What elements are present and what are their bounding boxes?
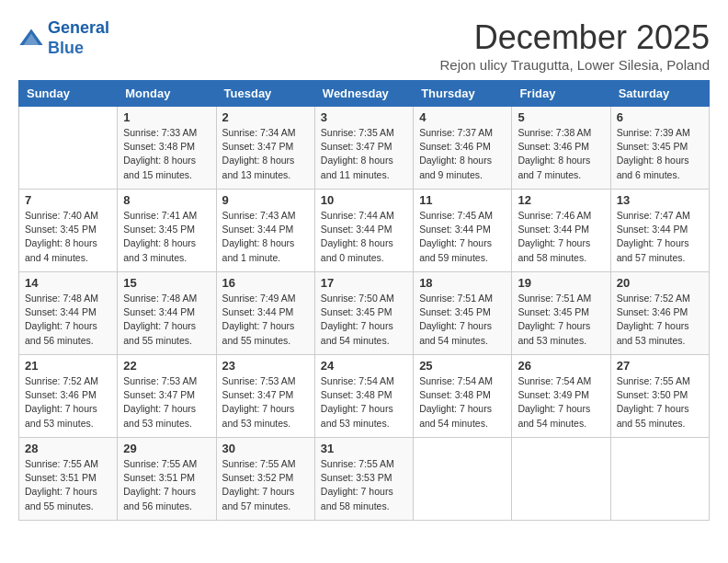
day-info: Sunrise: 7:38 AM Sunset: 3:46 PM Dayligh… — [518, 126, 604, 182]
day-number: 28 — [25, 442, 111, 455]
day-number: 16 — [222, 276, 309, 290]
day-info: Sunrise: 7:33 AM Sunset: 3:48 PM Dayligh… — [123, 126, 210, 182]
day-info: Sunrise: 7:34 AM Sunset: 3:47 PM Dayligh… — [222, 126, 309, 182]
day-info: Sunrise: 7:44 AM Sunset: 3:44 PM Dayligh… — [321, 209, 407, 265]
calendar-header-friday: Friday — [512, 81, 610, 107]
logo: General Blue — [18, 18, 109, 58]
day-number: 12 — [518, 193, 604, 207]
day-number: 5 — [518, 110, 604, 124]
calendar-cell: 27Sunrise: 7:55 AM Sunset: 3:50 PM Dayli… — [610, 355, 709, 438]
calendar-header-monday: Monday — [118, 81, 216, 107]
calendar-header-wednesday: Wednesday — [314, 81, 413, 107]
day-info: Sunrise: 7:47 AM Sunset: 3:44 PM Dayligh… — [617, 209, 703, 265]
day-number: 4 — [419, 110, 506, 124]
day-number: 11 — [419, 193, 506, 207]
day-number: 31 — [321, 442, 407, 455]
calendar-cell: 25Sunrise: 7:54 AM Sunset: 3:48 PM Dayli… — [414, 355, 512, 438]
day-number: 14 — [25, 276, 111, 290]
day-number: 3 — [321, 110, 407, 124]
calendar-cell — [610, 438, 709, 521]
day-number: 26 — [518, 359, 604, 373]
day-number: 7 — [25, 193, 111, 207]
calendar-cell: 14Sunrise: 7:48 AM Sunset: 3:44 PM Dayli… — [19, 272, 118, 355]
day-info: Sunrise: 7:46 AM Sunset: 3:44 PM Dayligh… — [518, 209, 604, 265]
calendar-cell: 29Sunrise: 7:55 AM Sunset: 3:51 PM Dayli… — [118, 438, 216, 521]
day-info: Sunrise: 7:55 AM Sunset: 3:52 PM Dayligh… — [222, 457, 309, 513]
title-block: December 2025 Rejon ulicy Traugutta, Low… — [440, 18, 711, 73]
day-info: Sunrise: 7:45 AM Sunset: 3:44 PM Dayligh… — [419, 209, 506, 265]
calendar-cell: 28Sunrise: 7:55 AM Sunset: 3:51 PM Dayli… — [19, 438, 118, 521]
day-info: Sunrise: 7:55 AM Sunset: 3:51 PM Dayligh… — [123, 457, 210, 513]
logo-icon — [18, 26, 44, 52]
month-title: December 2025 — [440, 18, 711, 57]
day-number: 17 — [321, 276, 407, 290]
calendar-cell: 7Sunrise: 7:40 AM Sunset: 3:45 PM Daylig… — [19, 190, 118, 272]
calendar-cell: 16Sunrise: 7:49 AM Sunset: 3:44 PM Dayli… — [216, 272, 314, 355]
day-info: Sunrise: 7:43 AM Sunset: 3:44 PM Dayligh… — [222, 209, 309, 265]
calendar-cell: 3Sunrise: 7:35 AM Sunset: 3:47 PM Daylig… — [314, 107, 413, 190]
day-info: Sunrise: 7:53 AM Sunset: 3:47 PM Dayligh… — [123, 374, 210, 431]
day-info: Sunrise: 7:53 AM Sunset: 3:47 PM Dayligh… — [222, 374, 309, 431]
calendar-cell — [19, 107, 118, 190]
day-number: 18 — [419, 276, 506, 290]
calendar-cell: 1Sunrise: 7:33 AM Sunset: 3:48 PM Daylig… — [118, 107, 216, 190]
calendar-cell: 17Sunrise: 7:50 AM Sunset: 3:45 PM Dayli… — [314, 272, 413, 355]
calendar-cell: 23Sunrise: 7:53 AM Sunset: 3:47 PM Dayli… — [216, 355, 314, 438]
day-info: Sunrise: 7:48 AM Sunset: 3:44 PM Dayligh… — [123, 292, 210, 348]
calendar-header-thursday: Thursday — [414, 81, 512, 107]
calendar-cell: 5Sunrise: 7:38 AM Sunset: 3:46 PM Daylig… — [512, 107, 610, 190]
day-number: 2 — [222, 110, 309, 124]
day-info: Sunrise: 7:54 AM Sunset: 3:48 PM Dayligh… — [321, 374, 407, 431]
calendar-cell: 19Sunrise: 7:51 AM Sunset: 3:45 PM Dayli… — [512, 272, 610, 355]
day-number: 30 — [222, 442, 309, 455]
day-info: Sunrise: 7:55 AM Sunset: 3:50 PM Dayligh… — [617, 374, 703, 431]
calendar-cell: 18Sunrise: 7:51 AM Sunset: 3:45 PM Dayli… — [414, 272, 512, 355]
day-number: 23 — [222, 359, 309, 373]
day-number: 24 — [321, 359, 407, 373]
day-number: 27 — [617, 359, 703, 373]
calendar-week-4: 21Sunrise: 7:52 AM Sunset: 3:46 PM Dayli… — [19, 355, 710, 438]
day-info: Sunrise: 7:55 AM Sunset: 3:51 PM Dayligh… — [25, 457, 111, 513]
calendar-cell: 4Sunrise: 7:37 AM Sunset: 3:46 PM Daylig… — [414, 107, 512, 190]
day-info: Sunrise: 7:52 AM Sunset: 3:46 PM Dayligh… — [617, 292, 703, 348]
calendar-cell: 21Sunrise: 7:52 AM Sunset: 3:46 PM Dayli… — [19, 355, 118, 438]
calendar-cell: 22Sunrise: 7:53 AM Sunset: 3:47 PM Dayli… — [118, 355, 216, 438]
day-info: Sunrise: 7:50 AM Sunset: 3:45 PM Dayligh… — [321, 292, 407, 348]
day-info: Sunrise: 7:54 AM Sunset: 3:48 PM Dayligh… — [419, 374, 506, 431]
calendar-cell: 10Sunrise: 7:44 AM Sunset: 3:44 PM Dayli… — [314, 190, 413, 272]
day-info: Sunrise: 7:51 AM Sunset: 3:45 PM Dayligh… — [419, 292, 506, 348]
calendar-table: SundayMondayTuesdayWednesdayThursdayFrid… — [18, 80, 710, 521]
day-info: Sunrise: 7:41 AM Sunset: 3:45 PM Dayligh… — [123, 209, 210, 265]
day-number: 29 — [123, 442, 210, 455]
calendar-week-5: 28Sunrise: 7:55 AM Sunset: 3:51 PM Dayli… — [19, 438, 710, 521]
calendar-cell: 15Sunrise: 7:48 AM Sunset: 3:44 PM Dayli… — [118, 272, 216, 355]
day-number: 22 — [123, 359, 210, 373]
day-number: 6 — [617, 110, 703, 124]
calendar-header-tuesday: Tuesday — [216, 81, 314, 107]
calendar-cell: 12Sunrise: 7:46 AM Sunset: 3:44 PM Dayli… — [512, 190, 610, 272]
day-info: Sunrise: 7:49 AM Sunset: 3:44 PM Dayligh… — [222, 292, 309, 348]
day-number: 20 — [617, 276, 703, 290]
day-number: 9 — [222, 193, 309, 207]
calendar-body: 1Sunrise: 7:33 AM Sunset: 3:48 PM Daylig… — [19, 107, 710, 521]
calendar-cell: 11Sunrise: 7:45 AM Sunset: 3:44 PM Dayli… — [414, 190, 512, 272]
calendar-week-2: 7Sunrise: 7:40 AM Sunset: 3:45 PM Daylig… — [19, 190, 710, 272]
day-info: Sunrise: 7:37 AM Sunset: 3:46 PM Dayligh… — [419, 126, 506, 182]
day-number: 13 — [617, 193, 703, 207]
logo-text: General Blue — [48, 18, 109, 58]
calendar-cell: 26Sunrise: 7:54 AM Sunset: 3:49 PM Dayli… — [512, 355, 610, 438]
day-number: 25 — [419, 359, 506, 373]
calendar-cell: 6Sunrise: 7:39 AM Sunset: 3:45 PM Daylig… — [610, 107, 709, 190]
calendar-cell: 2Sunrise: 7:34 AM Sunset: 3:47 PM Daylig… — [216, 107, 314, 190]
day-number: 8 — [123, 193, 210, 207]
day-info: Sunrise: 7:48 AM Sunset: 3:44 PM Dayligh… — [25, 292, 111, 348]
calendar-cell — [414, 438, 512, 521]
day-info: Sunrise: 7:35 AM Sunset: 3:47 PM Dayligh… — [321, 126, 407, 182]
calendar-cell: 8Sunrise: 7:41 AM Sunset: 3:45 PM Daylig… — [118, 190, 216, 272]
day-info: Sunrise: 7:39 AM Sunset: 3:45 PM Dayligh… — [617, 126, 703, 182]
calendar-cell: 24Sunrise: 7:54 AM Sunset: 3:48 PM Dayli… — [314, 355, 413, 438]
calendar-week-3: 14Sunrise: 7:48 AM Sunset: 3:44 PM Dayli… — [19, 272, 710, 355]
calendar-header-saturday: Saturday — [610, 81, 709, 107]
calendar-cell: 20Sunrise: 7:52 AM Sunset: 3:46 PM Dayli… — [610, 272, 709, 355]
day-info: Sunrise: 7:40 AM Sunset: 3:45 PM Dayligh… — [25, 209, 111, 265]
